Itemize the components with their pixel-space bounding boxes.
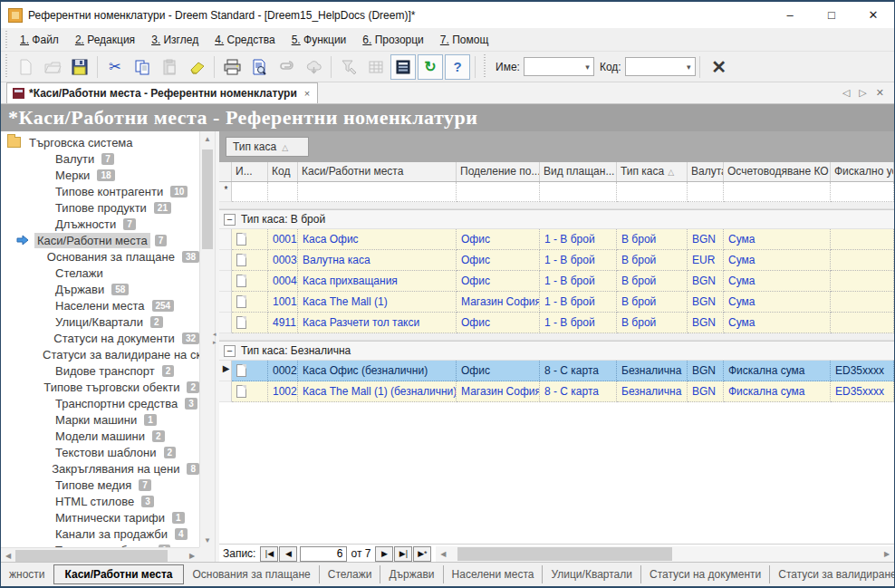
- cell-name[interactable]: Каса Разчети тол такси: [298, 313, 457, 333]
- column-header[interactable]: Вид плащан...: [540, 162, 617, 181]
- cell-division[interactable]: Офис: [457, 250, 540, 271]
- column-header[interactable]: Осчетоводяване КО: [724, 162, 831, 181]
- cell-type[interactable]: В брой: [617, 229, 688, 250]
- code-filter-input[interactable]: ▾: [625, 57, 696, 76]
- cell-fiscal[interactable]: [831, 292, 894, 313]
- menu-item[interactable]: 7. Помощ: [432, 30, 496, 50]
- close-button[interactable]: ✕: [852, 2, 894, 28]
- cell-currency[interactable]: BGN: [688, 361, 724, 381]
- scrollbar-thumb[interactable]: [202, 149, 213, 249]
- cell-type[interactable]: В брой: [617, 292, 688, 313]
- cell-type[interactable]: В брой: [617, 271, 688, 292]
- cell-fiscal[interactable]: ED35xxxx: [831, 361, 894, 381]
- tree-item[interactable]: Типове търговски обекти 2: [1, 379, 199, 395]
- column-header[interactable]: Тип каса△: [617, 162, 688, 181]
- tree-item[interactable]: Стелажи: [1, 265, 199, 281]
- tree-item[interactable]: Населени места 254: [1, 297, 199, 313]
- cell-code[interactable]: 1002: [268, 381, 298, 402]
- cell-payment[interactable]: 8 - С карта: [540, 361, 617, 381]
- cell-division[interactable]: Офис: [457, 229, 540, 250]
- minimize-button[interactable]: –: [769, 2, 811, 28]
- cell-accounting[interactable]: Сума: [724, 292, 831, 313]
- cell-division[interactable]: Офис: [457, 271, 540, 292]
- nomenclature-tab[interactable]: Улици/Квартали: [542, 565, 640, 583]
- cell-accounting[interactable]: Сума: [724, 313, 831, 333]
- new-document-icon[interactable]: [13, 54, 38, 80]
- tab-scroll-left-icon[interactable]: ◁: [838, 87, 854, 99]
- tree-item[interactable]: Митнически тарифи 1: [1, 509, 199, 525]
- tab-strip-close-icon[interactable]: ✕: [871, 87, 889, 99]
- cell-name[interactable]: Каса The Mall (1) (безналични): [298, 381, 457, 402]
- cell-payment[interactable]: 1 - В брой: [540, 250, 617, 271]
- tree-item[interactable]: Длъжности 7: [1, 216, 199, 232]
- print-preview-icon[interactable]: [246, 54, 272, 80]
- scroll-down-icon[interactable]: ▼: [200, 533, 215, 547]
- form-view-icon[interactable]: [390, 54, 416, 80]
- toolbar-grip[interactable]: [4, 31, 10, 49]
- scrollbar-thumb[interactable]: [15, 550, 168, 562]
- prev-record-button[interactable]: ◀: [279, 546, 297, 562]
- help-icon[interactable]: ?: [445, 54, 470, 80]
- name-filter-input[interactable]: ▾: [524, 57, 594, 76]
- tree-item[interactable]: Видове транспорт 2: [1, 362, 199, 379]
- table-row[interactable]: 0003 Валутна каса Офис 1 - В брой В брой…: [219, 250, 894, 271]
- column-header[interactable]: [219, 162, 232, 181]
- filter-icon[interactable]: [336, 54, 361, 80]
- tab-close-icon[interactable]: ×: [304, 88, 310, 99]
- scroll-right-icon[interactable]: ▶: [880, 546, 894, 561]
- open-icon[interactable]: [40, 54, 65, 80]
- tree-item[interactable]: Канали за продажби 4: [1, 525, 199, 542]
- splitter-collapse-icon[interactable]: ◂▸: [213, 330, 217, 346]
- cell-division[interactable]: Магазин София: [457, 292, 540, 313]
- column-header[interactable]: И...: [232, 162, 268, 181]
- grid-group-row[interactable]: − Тип каса: Безналична: [219, 341, 894, 361]
- cell-fiscal[interactable]: [831, 250, 894, 271]
- eraser-icon[interactable]: [184, 54, 209, 80]
- table-row[interactable]: 0001 Каса Офис Офис 1 - В брой В брой BG…: [219, 229, 894, 250]
- cell-fiscal[interactable]: [831, 229, 894, 250]
- nomenclature-tab[interactable]: Държави: [380, 565, 442, 583]
- tree-item[interactable]: Марки машини 1: [1, 411, 199, 428]
- table-row[interactable]: 1001 Каса The Mall (1) Магазин София 1 -…: [219, 292, 894, 313]
- tree-item[interactable]: Държави 58: [1, 281, 199, 297]
- menu-item[interactable]: 3. Изглед: [143, 30, 207, 50]
- cell-payment[interactable]: 1 - В брой: [540, 313, 617, 333]
- cell-currency[interactable]: BGN: [688, 229, 724, 250]
- menu-item[interactable]: 2. Редакция: [67, 30, 143, 50]
- cell-accounting[interactable]: Сума: [724, 229, 831, 250]
- toolbar-grip[interactable]: [482, 54, 488, 78]
- cell-name[interactable]: Каса The Mall (1): [298, 292, 457, 313]
- tree-item[interactable]: Типове продукти 21: [1, 199, 199, 216]
- tree-item[interactable]: Модели машини 2: [1, 428, 199, 444]
- toolbar-grip[interactable]: [4, 54, 10, 78]
- tree-item[interactable]: Закръглявания на цени 8: [1, 460, 199, 477]
- cell-type[interactable]: В брой: [617, 250, 688, 271]
- paste-icon[interactable]: [157, 54, 182, 80]
- table-row[interactable]: ▶ 0002 Каса Офис (безналични) Офис 8 - С…: [219, 361, 894, 381]
- cell-division[interactable]: Офис: [457, 313, 540, 333]
- nomenclature-tab[interactable]: Каси/Работни места: [53, 564, 185, 584]
- tree-item[interactable]: Статуси за валидиране на скла: [1, 346, 199, 362]
- cell-currency[interactable]: BGN: [688, 292, 724, 313]
- cell-currency[interactable]: BGN: [688, 313, 724, 333]
- cell-code[interactable]: 4911: [268, 313, 298, 333]
- first-record-button[interactable]: |◀: [260, 546, 278, 562]
- next-record-button[interactable]: ▶: [375, 546, 393, 562]
- collapse-icon[interactable]: −: [224, 345, 236, 357]
- scroll-left-icon[interactable]: ◀: [436, 546, 450, 561]
- nomenclature-tab[interactable]: Стелажи: [319, 565, 380, 583]
- scroll-left-icon[interactable]: ◀: [1, 548, 15, 563]
- cell-type[interactable]: В брой: [617, 313, 688, 333]
- cell-type[interactable]: Безналична: [617, 381, 688, 402]
- save-icon[interactable]: [67, 54, 92, 80]
- table-row[interactable]: 0004 Каса прихващания Офис 1 - В брой В …: [219, 271, 894, 292]
- cell-name[interactable]: Каса Офис: [298, 229, 457, 250]
- document-tab[interactable]: *Каси/Работни места - Референтни номенкл…: [6, 82, 318, 103]
- menu-item[interactable]: 1. Файл: [12, 30, 67, 50]
- cloud-icon[interactable]: [301, 54, 326, 80]
- cell-fiscal[interactable]: [831, 271, 894, 292]
- tree-item[interactable]: Валути 7: [1, 150, 199, 167]
- scroll-right-icon[interactable]: ▶: [185, 548, 199, 563]
- tree-item[interactable]: Основания за плащане 38: [1, 248, 199, 265]
- cell-division[interactable]: Магазин София: [457, 381, 540, 402]
